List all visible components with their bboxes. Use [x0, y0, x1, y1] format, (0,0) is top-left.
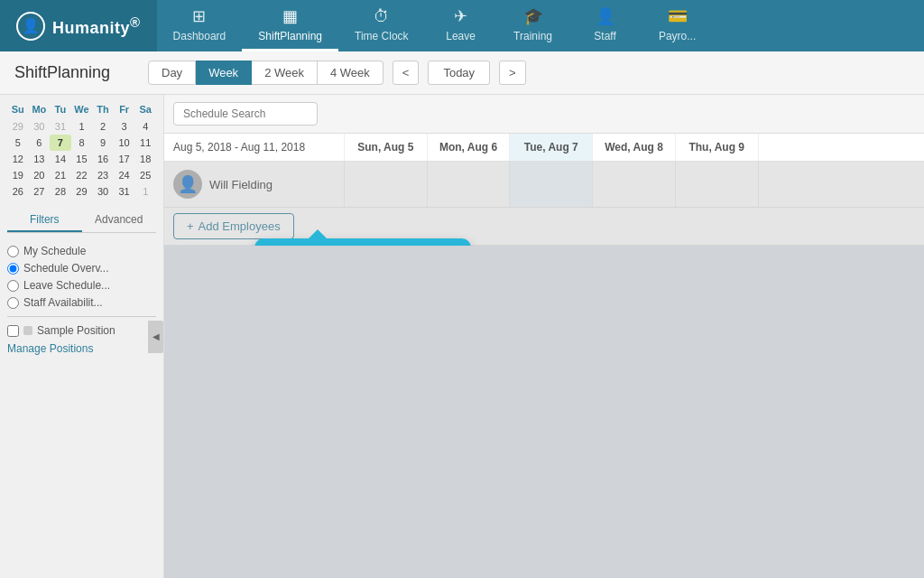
day-label-mo: Mo [29, 102, 51, 117]
grid-header-thu: Thu, Aug 9 [676, 134, 759, 161]
today-button[interactable]: Today [428, 61, 490, 85]
dashboard-icon: ⊞ [192, 6, 206, 26]
filter-my-schedule[interactable]: My Schedule [7, 245, 156, 257]
mini-cal-day[interactable]: 29 [7, 118, 29, 135]
mini-cal-day[interactable]: 7 [50, 135, 71, 151]
tab-advanced[interactable]: Advanced [82, 209, 157, 232]
mini-cal-day[interactable]: 27 [29, 183, 51, 200]
mini-cal-day[interactable]: 1 [71, 118, 93, 135]
filter-staff-availability-label: Staff Availabilit... [23, 296, 103, 309]
manage-positions-link[interactable]: Manage Positions [7, 342, 156, 355]
filter-my-schedule-radio[interactable] [7, 246, 19, 257]
table-row: 👤 Will Fielding [164, 162, 924, 208]
mini-cal-day[interactable]: 13 [29, 151, 51, 167]
day-label-th: Th [92, 102, 114, 117]
schedule-search-input[interactable] [173, 102, 318, 126]
collapse-arrow[interactable]: ◀ [148, 321, 164, 353]
mini-cal-day[interactable]: 29 [71, 183, 93, 200]
prev-button[interactable]: < [393, 61, 420, 85]
mini-cal-day[interactable]: 30 [29, 118, 51, 135]
mini-cal-day[interactable]: 26 [7, 183, 29, 200]
grid-cell-sun[interactable] [345, 162, 428, 207]
grid-header: Aug 5, 2018 - Aug 11, 2018 Sun, Aug 5 Mo… [164, 134, 924, 162]
mini-cal-day[interactable]: 6 [29, 135, 51, 151]
mini-cal-day[interactable]: 10 [114, 135, 135, 151]
view-2week-button[interactable]: 2 Week [252, 61, 318, 85]
filter-staff-availability-radio[interactable] [7, 297, 19, 309]
filter-schedule-overview[interactable]: Schedule Overv... [7, 262, 156, 275]
grid-cell-tue[interactable] [510, 162, 593, 207]
mini-cal-day[interactable]: 30 [92, 183, 114, 200]
position-color [23, 326, 32, 335]
view-4week-button[interactable]: 4 Week [318, 61, 383, 85]
mini-cal-day[interactable]: 4 [134, 118, 156, 135]
mini-cal-day[interactable]: 2 [92, 118, 114, 135]
grid-cell-mon[interactable] [428, 162, 511, 207]
nav-training[interactable]: 🎓 Training [497, 0, 569, 51]
mini-cal-day[interactable]: 5 [7, 135, 29, 151]
mini-cal-day[interactable]: 31 [50, 118, 71, 135]
mini-cal-day[interactable]: 12 [7, 151, 29, 167]
mini-cal-day[interactable]: 15 [71, 151, 93, 167]
top-nav: 👤 Humanity® ⊞ Dashboard ▦ ShiftPlanning … [0, 0, 924, 51]
mini-cal-day[interactable]: 17 [114, 151, 135, 167]
mini-cal-day[interactable]: 11 [134, 135, 156, 151]
employee-name: Will Fielding [209, 178, 273, 191]
grid-cell-thu[interactable] [676, 162, 759, 207]
view-day-button[interactable]: Day [148, 61, 196, 85]
add-employees-label: Add Employees [199, 219, 281, 233]
nav-dashboard[interactable]: ⊞ Dashboard [157, 0, 243, 51]
position-sample-label: Sample Position [37, 324, 116, 337]
mini-cal-day[interactable]: 23 [92, 167, 114, 183]
next-button[interactable]: > [499, 61, 526, 85]
mini-cal-day[interactable]: 19 [7, 167, 29, 183]
grid-header-sun: Sun, Aug 5 [345, 134, 428, 161]
day-label-tu: Tu [50, 102, 71, 117]
nav-leave[interactable]: ✈ Leave [425, 0, 497, 51]
tab-filters[interactable]: Filters [7, 209, 82, 232]
nav-timeclock[interactable]: ⏱ Time Clock [338, 0, 425, 51]
mini-cal-day[interactable]: 8 [71, 135, 93, 151]
mini-cal-day[interactable]: 20 [29, 167, 51, 183]
employee-cell: 👤 Will Fielding [164, 162, 345, 207]
nav-shiftplanning-label: ShiftPlanning [258, 30, 322, 42]
tooltip-bubble: Let's start by adding a few employees to… [254, 238, 471, 246]
mini-cal-day[interactable]: 21 [50, 167, 71, 183]
day-label-sa: Sa [134, 102, 156, 117]
left-sidebar: ◀ Su Mo Tu We Th Fr Sa 29303112345678910… [0, 95, 164, 578]
mini-cal-day[interactable]: 31 [114, 183, 135, 200]
nav-payroll[interactable]: 💳 Payro... [642, 0, 714, 51]
grid-cell-wed[interactable] [593, 162, 676, 207]
mini-cal-day[interactable]: 24 [114, 167, 135, 183]
mini-cal-header: Su Mo Tu We Th Fr Sa [7, 102, 156, 117]
logo[interactable]: 👤 Humanity® [0, 0, 157, 51]
mini-cal-day[interactable]: 1 [134, 183, 156, 200]
nav-shiftplanning[interactable]: ▦ ShiftPlanning [242, 0, 338, 51]
nav-dashboard-label: Dashboard [173, 30, 226, 42]
mini-cal-grid: 2930311234567891011121314151617181920212… [7, 118, 156, 200]
mini-cal-day[interactable]: 18 [134, 151, 156, 167]
mini-cal-day[interactable]: 3 [114, 118, 135, 135]
mini-calendar: Su Mo Tu We Th Fr Sa 2930311234567891011… [7, 102, 156, 200]
mini-cal-day[interactable]: 25 [134, 167, 156, 183]
filter-staff-availability[interactable]: Staff Availabilit... [7, 296, 156, 309]
position-sample-checkbox[interactable] [7, 325, 19, 337]
position-sample[interactable]: Sample Position [7, 324, 156, 337]
nav-staff-label: Staff [594, 30, 615, 42]
nav-staff[interactable]: 👤 Staff [569, 0, 642, 51]
avatar: 👤 [173, 170, 202, 199]
mini-cal-day[interactable]: 9 [92, 135, 114, 151]
grid-header-wed: Wed, Aug 8 [593, 134, 676, 161]
filter-leave-schedule-radio[interactable] [7, 280, 19, 292]
filter-schedule-overview-label: Schedule Overv... [23, 262, 109, 275]
mini-cal-day[interactable]: 28 [50, 183, 71, 200]
filter-schedule-overview-radio[interactable] [7, 263, 19, 275]
add-employees-button[interactable]: + Add Employees [173, 213, 294, 239]
mini-cal-day[interactable]: 16 [92, 151, 114, 167]
view-week-button[interactable]: Week [196, 61, 252, 85]
mini-cal-day[interactable]: 22 [71, 167, 93, 183]
mini-cal-day[interactable]: 14 [50, 151, 71, 167]
filter-leave-schedule[interactable]: Leave Schedule... [7, 279, 156, 292]
grid-header-range: Aug 5, 2018 - Aug 11, 2018 [164, 134, 345, 161]
nav-items: ⊞ Dashboard ▦ ShiftPlanning ⏱ Time Clock… [157, 0, 924, 51]
